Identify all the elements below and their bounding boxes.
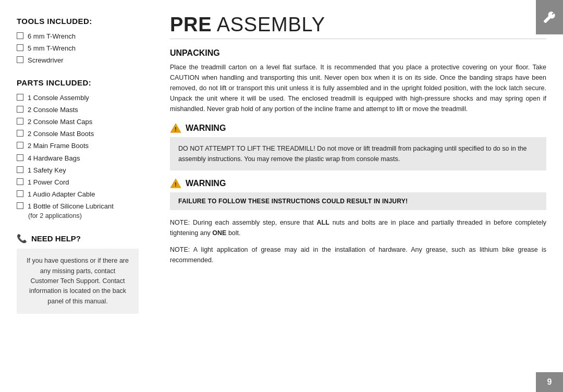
tool-item-label: 6 mm T-Wrench (28, 32, 76, 41)
warning-title-2: WARNING (186, 179, 226, 188)
wrench-tab (536, 0, 563, 34)
warning-header-1: ! WARNING (170, 123, 546, 134)
warning-box-1: DO NOT ATTEMPT TO LIFT THE TREADMILL! Do… (170, 137, 546, 170)
part-item-label: 1 Power Cord (28, 178, 69, 187)
warning-triangle-icon-1: ! (170, 123, 181, 134)
part-item-label: 1 Console Assembly (28, 93, 89, 103)
page-container: TOOLS INCLUDED: 6 mm T-Wrench 5 mm T-Wre… (0, 0, 563, 392)
note-1-text: NOTE: During each assembly step, ensure … (170, 219, 546, 237)
part-sub-label: (for 2 applications) (17, 211, 82, 221)
part-item-label: 2 Main Frame Boots (28, 141, 89, 151)
note-2: NOTE: A light application of grease may … (170, 244, 546, 265)
need-help-label: NEED HELP? (31, 234, 81, 243)
parts-included-title: PARTS INCLUDED: (17, 78, 139, 87)
parts-list: 1 Console Assembly 2 Console Masts 2 Con… (17, 93, 139, 222)
checkbox[interactable] (17, 106, 23, 113)
unpacking-heading: UNPACKING (170, 48, 546, 58)
tools-included-title: TOOLS INCLUDED: (17, 17, 139, 26)
tools-list: 6 mm T-Wrench 5 mm T-Wrench Screwdriver (17, 32, 139, 66)
need-help-section: 📞 NEED HELP? If you have questions or if… (17, 234, 139, 314)
checkbox[interactable] (17, 166, 23, 173)
unpacking-text: Place the treadmill carton on a level fl… (170, 62, 546, 114)
checkbox[interactable] (17, 32, 23, 39)
checkbox[interactable] (17, 202, 23, 209)
wrench-icon (542, 9, 557, 25)
list-item: 2 Console Mast Caps (17, 117, 139, 127)
warning-block-1: ! WARNING DO NOT ATTEMPT TO LIFT THE TRE… (170, 123, 546, 170)
checkbox[interactable] (17, 94, 23, 101)
part-item-label: 2 Console Mast Caps (28, 117, 92, 127)
checkbox[interactable] (17, 142, 23, 149)
list-item: 1 Console Assembly (17, 93, 139, 103)
checkbox[interactable] (17, 178, 23, 185)
note-1: NOTE: During each assembly step, ensure … (170, 217, 546, 238)
warning-text-2: FAILURE TO FOLLOW THESE INSTRUCTIONS COU… (178, 198, 408, 205)
pre-assembly-title: PRE ASSEMBLY (170, 15, 546, 34)
warning-box-2: FAILURE TO FOLLOW THESE INSTRUCTIONS COU… (170, 192, 546, 210)
title-divider (170, 39, 546, 39)
svg-text:!: ! (175, 182, 176, 188)
checkbox[interactable] (17, 154, 23, 161)
svg-text:!: ! (175, 127, 176, 132)
part-item-label: 2 Console Mast Boots (28, 129, 94, 139)
list-item: 1 Power Cord (17, 178, 139, 187)
list-item: 2 Main Frame Boots (17, 141, 139, 151)
phone-icon: 📞 (17, 234, 27, 243)
need-help-title: 📞 NEED HELP? (17, 234, 139, 243)
tool-item-label: 5 mm T-Wrench (28, 44, 76, 53)
list-item: 4 Hardware Bags (17, 154, 139, 163)
page-number: 9 (547, 377, 552, 387)
warning-title-1: WARNING (186, 124, 226, 133)
part-item-label: 2 Console Masts (28, 105, 78, 115)
warning-header-2: ! WARNING (170, 178, 546, 189)
checkbox[interactable] (17, 44, 23, 51)
warning-block-2: ! WARNING FAILURE TO FOLLOW THESE INSTRU… (170, 178, 546, 210)
part-item-label: 4 Hardware Bags (28, 154, 80, 163)
checkbox[interactable] (17, 56, 23, 63)
assembly-label: ASSEMBLY (217, 14, 325, 35)
checkbox[interactable] (17, 190, 23, 197)
list-item: 2 Console Masts (17, 105, 139, 115)
need-help-text: If you have questions or if there are an… (27, 257, 129, 305)
warning-triangle-icon-2: ! (170, 178, 181, 189)
list-item: 1 Safety Key (17, 166, 139, 175)
list-item: 5 mm T-Wrench (17, 44, 139, 53)
checkbox[interactable] (17, 130, 23, 137)
main-content: PRE ASSEMBLY UNPACKING Place the treadmi… (151, 0, 563, 392)
list-item: 1 Audio Adapter Cable (17, 190, 139, 199)
list-item: 1 Bottle of Silicone Lubricant (for 2 ap… (17, 202, 139, 221)
part-item-label: 1 Safety Key (28, 166, 66, 175)
need-help-box: If you have questions or if there are an… (17, 249, 139, 314)
pre-label: PRE (170, 14, 212, 35)
checkbox[interactable] (17, 118, 23, 125)
tool-item-label: Screwdriver (28, 56, 64, 65)
warning-text-1: DO NOT ATTEMPT TO LIFT THE TREADMILL! Do… (178, 145, 527, 163)
list-item: 6 mm T-Wrench (17, 32, 139, 41)
list-item: Screwdriver (17, 56, 139, 65)
part-item-label: 1 Audio Adapter Cable (28, 190, 95, 199)
list-item: 2 Console Mast Boots (17, 129, 139, 139)
part-item-label: 1 Bottle of Silicone Lubricant (28, 202, 114, 211)
page-number-area: 9 (536, 372, 563, 392)
left-panel: TOOLS INCLUDED: 6 mm T-Wrench 5 mm T-Wre… (0, 0, 151, 392)
